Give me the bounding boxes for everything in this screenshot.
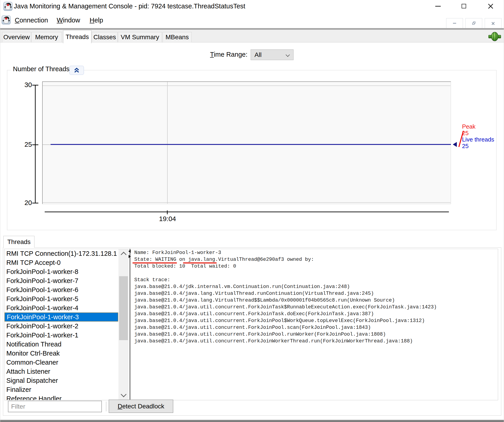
frame-minimize-button[interactable] (446, 18, 463, 28)
tab-classes[interactable]: Classes (92, 32, 118, 42)
thread-list-item[interactable]: Notification Thread (5, 340, 118, 349)
y-tick (32, 203, 38, 203)
filter-input[interactable] (8, 401, 102, 412)
frame-restore-button[interactable] (465, 18, 482, 28)
red-underline-annotation (183, 262, 217, 263)
thread-list-item[interactable]: ForkJoinPool-1-worker-4 (5, 303, 118, 312)
frame-restore-icon (472, 22, 476, 25)
thread-list-item[interactable]: ForkJoinPool-1-worker-2 (5, 321, 118, 331)
toolbar-separator (106, 402, 106, 411)
stack-trace-line: java.base@21.0.4/java.util.concurrent.Fo… (134, 317, 498, 324)
stack-trace-line: java.base@21.0.4/java.util.concurrent.Fo… (134, 324, 498, 331)
y-tick (32, 85, 38, 85)
chevron-up-icon (121, 252, 126, 257)
split-collapse-right-icon[interactable] (129, 255, 131, 258)
thread-list-item[interactable]: Attach Listener (5, 367, 118, 376)
frame-app-icon (2, 15, 11, 24)
thread-list-item[interactable]: Monitor Ctrl-Break (5, 349, 118, 358)
x-tick (167, 210, 168, 214)
thread-list-item[interactable]: Reference Handler (5, 394, 118, 400)
y-tick (32, 144, 38, 145)
window-bottom-edge (0, 420, 504, 422)
red-underline-annotation (132, 262, 177, 263)
split-collapse-left-icon[interactable] (128, 250, 131, 253)
menu-connection[interactable]: Connection (15, 12, 48, 28)
scroll-up-button[interactable] (118, 249, 129, 259)
menu-separator (0, 28, 504, 30)
thread-list-item[interactable]: ForkJoinPool-1-worker-6 (5, 285, 118, 294)
y-tick-label-25: 25 (18, 141, 32, 148)
collapse-chart-button[interactable] (69, 66, 84, 75)
stack-trace-header: Stack trace: (134, 277, 498, 283)
scrollbar-thumb[interactable] (119, 276, 128, 340)
close-button[interactable] (480, 0, 501, 12)
detail-name-line: Name: ForkJoinPool-1-worker-3 (134, 250, 498, 256)
y-tick-label-20: 20 (18, 199, 32, 207)
frame-close-button[interactable] (485, 18, 502, 28)
time-range-label: Time Range: (210, 51, 247, 58)
thread-list-item[interactable]: Finalizer (5, 385, 118, 394)
time-range-dropdown[interactable]: All (251, 49, 294, 60)
y-axis (35, 85, 36, 203)
tab-memory[interactable]: Memory (31, 32, 62, 42)
tab-threads[interactable]: Threads (63, 30, 91, 43)
thread-list-item[interactable]: ForkJoinPool-1-worker-5 (5, 294, 118, 303)
thread-list-item[interactable]: ForkJoinPool-1-worker-8 (5, 267, 118, 276)
thread-list-scrollbar[interactable] (118, 249, 129, 400)
thread-list-item[interactable]: Signal Dispatcher (5, 376, 118, 385)
detect-deadlock-button[interactable]: Detect Deadlock (109, 399, 173, 413)
thread-list-item[interactable]: ForkJoinPool-1-worker-7 (5, 276, 118, 285)
stack-trace-line: java.base@21.0.4/jdk.internal.vm.Continu… (134, 283, 498, 290)
menu-help[interactable]: Help (90, 12, 103, 28)
stack-trace-lines: java.base@21.0.4/jdk.internal.vm.Continu… (131, 283, 498, 345)
gridline-30 (43, 85, 450, 86)
live-threads-marker-icon (453, 142, 457, 147)
frame-close-icon (491, 22, 495, 25)
detail-totals-line: Total blocked: 10 Total waited: 0 (134, 263, 498, 270)
thread-list-item[interactable]: RMI TCP Connection(1)-172.31.128.1 (5, 249, 118, 258)
live-threads-label: Live threads (462, 136, 494, 143)
close-icon (487, 3, 494, 9)
maximize-button[interactable] (453, 0, 474, 12)
minimize-button[interactable] (428, 0, 448, 12)
tab-mbeans[interactable]: MBeans (163, 32, 192, 42)
peak-label: Peak (462, 123, 475, 130)
thread-list-item[interactable]: ForkJoinPool-1-worker-1 (5, 331, 118, 340)
x-axis (45, 212, 449, 212)
window-title: Java Monitoring & Management Console - p… (14, 0, 245, 12)
threads-subtab[interactable]: Threads (3, 236, 35, 248)
menu-window[interactable]: Window (57, 12, 80, 28)
thread-list-item[interactable]: ForkJoinPool-1-worker-3 (5, 312, 118, 321)
thread-detail-pane: Name: ForkJoinPool-1-worker-3 State: WAI… (131, 249, 498, 400)
live-threads-value: 25 (462, 143, 469, 150)
stack-trace-line: java.base@21.0.4/java.util.concurrent.Fo… (134, 338, 498, 345)
time-range-value: All (254, 51, 262, 59)
chevron-down-icon (121, 391, 126, 397)
stack-trace-line: java.base@21.0.4/java.lang.VirtualThread… (134, 297, 498, 304)
y-tick-label-30: 30 (18, 81, 32, 89)
thread-list: RMI TCP Connection(1)-172.31.128.1RMI TC… (5, 249, 118, 400)
x-tick-label: 19:04 (158, 215, 177, 223)
frame-minimize-icon (453, 23, 456, 24)
maximize-icon (462, 4, 466, 8)
jconsole-window: Java Monitoring & Management Console - p… (0, 0, 504, 422)
stack-trace-line: java.base@21.0.4/java.util.concurrent.Fo… (134, 304, 498, 311)
detail-state-line: State: WAITING on java.lang.VirtualThrea… (134, 256, 498, 263)
stack-trace-line: java.base@21.0.4/java.util.concurrent.Fo… (134, 331, 498, 338)
stack-trace-line: java.base@21.0.4/java.lang.VirtualThread… (134, 290, 498, 297)
menu-bar: Connection Window Help (0, 12, 504, 28)
tab-vm-summary[interactable]: VM Summary (118, 32, 162, 42)
chevron-down-icon (286, 53, 290, 57)
thread-list-item[interactable]: Common-Cleaner (5, 358, 118, 367)
chart-title: Number of Threads (11, 65, 72, 73)
scroll-down-button[interactable] (118, 391, 129, 400)
thread-list-item[interactable]: RMI TCP Accept-0 (5, 258, 118, 267)
peak-value: 25 (462, 130, 469, 137)
minimize-icon (435, 6, 441, 6)
gridline-20 (43, 202, 450, 203)
double-chevron-up-icon (74, 68, 80, 73)
split-divider[interactable] (130, 249, 130, 400)
app-icon (3, 2, 12, 11)
thread-chart-plot-area (42, 81, 451, 204)
tab-overview[interactable]: Overview (2, 32, 31, 42)
